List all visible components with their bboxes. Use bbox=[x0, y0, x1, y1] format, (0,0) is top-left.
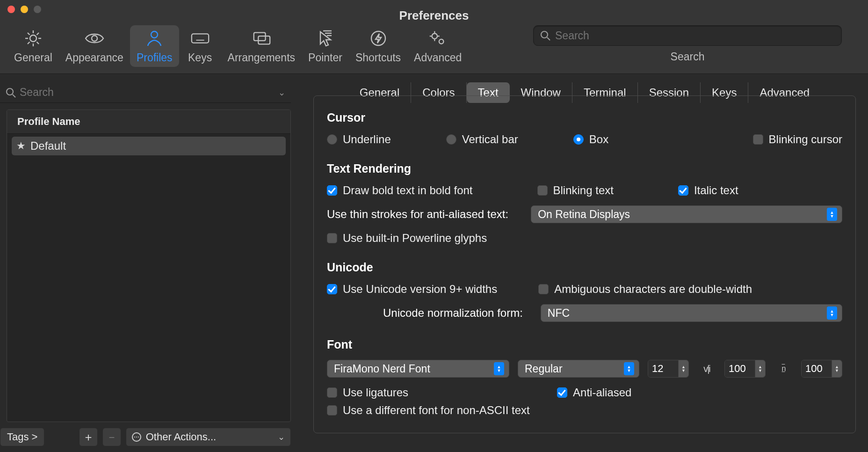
tab-label: Appearance bbox=[65, 51, 123, 64]
traffic-lights bbox=[0, 6, 41, 13]
radio-label: Vertical bar bbox=[462, 133, 518, 146]
other-actions-menu[interactable]: ⋯ Other Actions... ⌄ bbox=[126, 428, 291, 446]
blinking-text-checkbox[interactable]: Blinking text bbox=[537, 184, 614, 197]
font-size-stepper[interactable]: 12 ▲▼ bbox=[648, 360, 689, 378]
thin-strokes-select[interactable]: On Retina Displays ▲▼ bbox=[531, 205, 842, 223]
ambiguous-double-width-checkbox[interactable]: Ambiguous characters are double-width bbox=[538, 283, 752, 296]
normalization-select[interactable]: NFC ▲▼ bbox=[541, 304, 842, 322]
horizontal-spacing-stepper[interactable]: 100 ▲▼ bbox=[801, 360, 842, 378]
checkbox-square bbox=[538, 284, 549, 294]
vertical-spacing-stepper[interactable]: 100 ▲▼ bbox=[724, 360, 766, 378]
svg-rect-11 bbox=[191, 34, 208, 43]
vertical-spacing-value[interactable]: 100 bbox=[725, 360, 755, 377]
radio-bullet bbox=[327, 134, 337, 145]
anti-aliased-checkbox[interactable]: Anti-aliased bbox=[557, 386, 631, 399]
select-value: On Retina Displays bbox=[538, 208, 822, 221]
tab-pointer[interactable]: Pointer bbox=[302, 25, 349, 67]
minimize-window-button[interactable] bbox=[21, 6, 28, 13]
checkbox-label: Use built-in Powerline glyphs bbox=[343, 232, 487, 245]
checkbox-square bbox=[557, 387, 567, 398]
stepper-icon[interactable]: ▲▼ bbox=[832, 360, 842, 377]
checkbox-label: Use Unicode version 9+ widths bbox=[343, 283, 497, 296]
star-icon: ★ bbox=[16, 140, 26, 152]
tab-label: Shortcuts bbox=[355, 51, 401, 64]
keyboard-icon bbox=[190, 28, 210, 49]
radio-bullet bbox=[573, 134, 584, 145]
svg-line-31 bbox=[547, 37, 550, 40]
svg-line-7 bbox=[36, 33, 39, 35]
select-value: NFC bbox=[548, 307, 822, 320]
add-profile-button[interactable]: ＋ bbox=[79, 428, 98, 446]
font-size-value[interactable]: 12 bbox=[648, 360, 678, 377]
close-window-button[interactable] bbox=[7, 6, 15, 13]
tab-keys[interactable]: Keys bbox=[179, 25, 221, 67]
remove-profile-button[interactable]: － bbox=[102, 428, 121, 446]
checkbox-label: Anti-aliased bbox=[573, 386, 631, 399]
titlebar: Preferences bbox=[0, 0, 868, 19]
checkbox-label: Blinking text bbox=[553, 184, 614, 197]
tab-label: General bbox=[14, 51, 52, 64]
zoom-window-button[interactable] bbox=[34, 6, 41, 13]
tab-label: Arrangements bbox=[228, 51, 295, 64]
svg-line-6 bbox=[36, 42, 39, 44]
other-actions-label: Other Actions... bbox=[146, 431, 216, 443]
gear-icon bbox=[23, 28, 43, 49]
profiles-search-input[interactable] bbox=[20, 86, 275, 99]
stepper-icon[interactable]: ▲▼ bbox=[678, 360, 688, 377]
cursor-vertical-radio[interactable]: Vertical bar bbox=[446, 133, 518, 146]
text-settings-group: Cursor Underline Vertical bar Box Blinki… bbox=[313, 95, 856, 433]
font-family-select[interactable]: FiraMono Nerd Font ▲▼ bbox=[327, 360, 509, 378]
svg-point-0 bbox=[30, 35, 36, 42]
search-icon bbox=[540, 30, 550, 41]
section-cursor: Cursor bbox=[327, 111, 842, 124]
italic-text-checkbox[interactable]: Italic text bbox=[678, 184, 738, 197]
profile-row[interactable]: ★ Default bbox=[12, 137, 286, 155]
normalization-label: Unicode normalization form: bbox=[383, 306, 523, 320]
cursor-underline-radio[interactable]: Underline bbox=[327, 133, 391, 146]
different-nonascii-font-checkbox[interactable]: Use a different font for non-ASCII text bbox=[327, 404, 530, 417]
tab-label: Pointer bbox=[308, 51, 342, 64]
unicode-v9-checkbox[interactable]: Use Unicode version 9+ widths bbox=[327, 283, 497, 296]
svg-line-33 bbox=[13, 95, 15, 97]
font-weight-select[interactable]: Regular ▲▼ bbox=[518, 360, 639, 378]
stepper-icon: ▲▼ bbox=[624, 362, 634, 375]
profiles-list-header: Profile Name bbox=[7, 110, 290, 134]
cursor-box-radio[interactable]: Box bbox=[573, 133, 608, 146]
cursor-icon bbox=[315, 28, 335, 49]
stepper-icon[interactable]: ▲▼ bbox=[755, 360, 765, 377]
svg-point-32 bbox=[7, 88, 13, 95]
horizontal-spacing-value[interactable]: 100 bbox=[802, 360, 832, 377]
svg-point-25 bbox=[439, 39, 444, 44]
blinking-cursor-checkbox[interactable]: Blinking cursor bbox=[753, 133, 842, 146]
tab-advanced[interactable]: Advanced bbox=[407, 25, 468, 67]
tab-shortcuts[interactable]: Shortcuts bbox=[349, 25, 407, 67]
section-unicode: Unicode bbox=[327, 261, 842, 274]
chevron-down-icon[interactable]: ⌄ bbox=[278, 87, 285, 98]
tab-arrangements[interactable]: Arrangements bbox=[221, 25, 302, 67]
tab-appearance[interactable]: Appearance bbox=[59, 25, 130, 67]
preferences-toolbar: General Appearance Profiles Keys Arrange bbox=[0, 19, 868, 74]
profiles-search[interactable]: ⌄ bbox=[0, 82, 291, 103]
svg-point-9 bbox=[92, 36, 97, 41]
profile-name: Default bbox=[30, 139, 66, 153]
preferences-tabs: General Appearance Profiles Keys Arrange bbox=[7, 25, 468, 67]
eye-icon bbox=[84, 28, 105, 49]
profiles-sidebar: ⌄ Profile Name ★ Default Tags > ＋ － ⋯ Ot… bbox=[0, 74, 299, 451]
chevron-down-icon: ⌄ bbox=[278, 432, 285, 442]
checkbox-square bbox=[678, 185, 688, 196]
checkbox-label: Ambiguous characters are double-width bbox=[554, 283, 752, 296]
use-ligatures-checkbox[interactable]: Use ligatures bbox=[327, 386, 408, 399]
profiles-list: ★ Default bbox=[7, 134, 290, 422]
checkbox-label: Italic text bbox=[694, 184, 738, 197]
tab-general[interactable]: General bbox=[7, 25, 59, 67]
checkbox-label: Draw bold text in bold font bbox=[343, 184, 473, 197]
tags-button[interactable]: Tags > bbox=[0, 428, 44, 446]
checkbox-label: Use ligatures bbox=[343, 386, 408, 399]
radio-label: Box bbox=[589, 133, 608, 146]
profile-settings-pane: General Colors Text Window Terminal Sess… bbox=[299, 74, 868, 451]
tab-profiles[interactable]: Profiles bbox=[130, 25, 179, 67]
powerline-glyphs-checkbox[interactable]: Use built-in Powerline glyphs bbox=[327, 232, 487, 245]
toolbar-search-input[interactable] bbox=[555, 29, 835, 42]
toolbar-search[interactable] bbox=[533, 25, 842, 46]
draw-bold-checkbox[interactable]: Draw bold text in bold font bbox=[327, 184, 473, 197]
